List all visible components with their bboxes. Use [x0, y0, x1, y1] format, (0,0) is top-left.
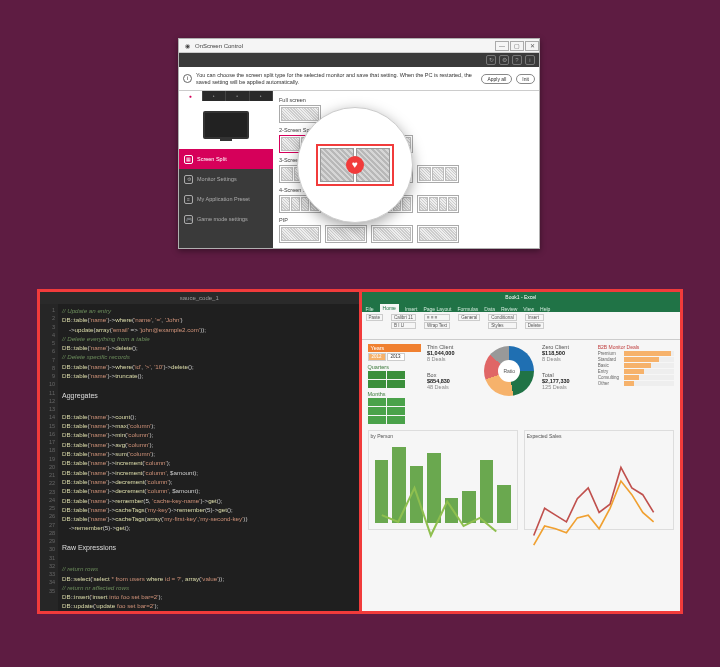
gamepad-icon: 🎮 — [184, 215, 193, 224]
info-icon[interactable]: i — [525, 55, 535, 65]
layout-pip-a[interactable] — [279, 225, 321, 243]
ratio-donut-chart — [484, 346, 534, 396]
monitor-preview — [179, 101, 273, 149]
ribbon-tab-help[interactable]: Help — [540, 306, 550, 312]
sidebar-tab-3[interactable]: • — [226, 91, 250, 101]
init-button[interactable]: Init — [516, 74, 535, 84]
ribbon-tab-formulas[interactable]: Formulas — [458, 306, 479, 312]
titlebar: ◉ OnScreen Control — ▢ ✕ — [179, 39, 539, 53]
zoom-lens: ♥ — [297, 107, 413, 223]
maximize-button[interactable]: ▢ — [510, 41, 524, 51]
paste-button[interactable]: Paste — [366, 314, 384, 321]
expected-sales-chart: Expected Sales — [524, 430, 674, 530]
by-person-chart: by Person — [368, 430, 518, 530]
info-bar: i You can choose the screen split type f… — [179, 67, 539, 91]
insert-button[interactable]: Insert — [525, 314, 544, 321]
onscreen-control-window: ◉ OnScreen Control — ▢ ✕ ↻ ⚙ ? i i You c… — [178, 38, 540, 249]
nav-screen-split[interactable]: ▦ Screen Split — [179, 149, 273, 169]
sheet-area[interactable]: Years 2012 2013 Quarters Months — [362, 340, 681, 534]
preset-icon: ≡ — [184, 195, 193, 204]
heart-icon: ♥ — [346, 156, 364, 174]
toolbar: ↻ ⚙ ? i — [179, 53, 539, 67]
nav-game-mode[interactable]: 🎮 Game mode settings — [179, 209, 273, 229]
window-title: OnScreen Control — [195, 43, 494, 49]
apply-all-button[interactable]: Apply all — [481, 74, 512, 84]
quarters-label: Quarters — [368, 364, 421, 370]
grid-icon: ▦ — [184, 155, 193, 164]
section-full: Full screen — [279, 97, 533, 103]
number-group[interactable]: General — [458, 314, 480, 321]
layout-pip-d[interactable] — [417, 225, 459, 243]
app-icon: ◉ — [181, 40, 193, 52]
layout-3d[interactable] — [417, 165, 459, 183]
sidebar-tab-4[interactable]: • — [250, 91, 274, 101]
section-pip: PIP — [279, 217, 533, 223]
layout-4d[interactable] — [417, 195, 459, 213]
monitor-icon — [203, 111, 249, 139]
ribbon-body: Paste Calibri 11B I U ≡ ≡ ≡Wrap Text Gen… — [362, 312, 681, 340]
line-gutter: 1234567891011121314151617181920212223242… — [40, 304, 58, 611]
sidebar-tab-2[interactable]: • — [203, 91, 227, 101]
font-group[interactable]: Calibri 11 — [391, 314, 416, 321]
layout-full[interactable] — [279, 105, 321, 123]
months-label: Months — [368, 391, 421, 397]
years-label: Years — [368, 344, 421, 352]
sidebar-tab-1[interactable]: ● — [179, 91, 203, 101]
nav-label: My Application Preset — [197, 196, 250, 202]
layout-pip-b[interactable] — [325, 225, 367, 243]
ribbon-tab-home[interactable]: Home — [380, 304, 399, 312]
info-badge-icon: i — [183, 74, 192, 83]
nav-monitor-settings[interactable]: ⚙ Monitor Settings — [179, 169, 273, 189]
minimize-button[interactable]: — — [495, 41, 509, 51]
nav-label: Monitor Settings — [197, 176, 237, 182]
two-pane-split: sauce_code_1 123456789101112131415161718… — [37, 289, 683, 614]
nav-label: Screen Split — [197, 156, 227, 162]
ribbon-tab-file[interactable]: File — [366, 306, 374, 312]
ribbon-tabs: FileHomeInsertPage LayoutFormulasDataRev… — [362, 302, 681, 312]
gear-icon: ⚙ — [184, 175, 193, 184]
delete-button[interactable]: Delete — [525, 322, 544, 329]
code-editor-pane: sauce_code_1 123456789101112131415161718… — [40, 292, 359, 611]
nav-app-preset[interactable]: ≡ My Application Preset — [179, 189, 273, 209]
info-text: You can choose the screen split type for… — [196, 72, 477, 85]
wrap-button[interactable]: Wrap Text — [424, 322, 450, 329]
cell-styles-button[interactable]: Styles — [488, 322, 517, 329]
spreadsheet-pane: Book1 - Excel FileHomeInsertPage LayoutF… — [359, 292, 681, 611]
nav-label: Game mode settings — [197, 216, 248, 222]
editor-tab[interactable]: sauce_code_1 — [40, 292, 359, 304]
year-2013[interactable]: 2013 — [387, 353, 405, 361]
ribbon-tab-view[interactable]: View — [523, 306, 534, 312]
ribbon-tab-page layout[interactable]: Page Layout — [423, 306, 451, 312]
ribbon-tab-review[interactable]: Review — [501, 306, 517, 312]
cond-format-button[interactable]: Conditional — [488, 314, 517, 321]
bold-button[interactable]: B I U — [391, 322, 416, 329]
refresh-icon[interactable]: ↻ — [486, 55, 496, 65]
b2b-bar-chart: B2B Monitor Deals PremiumStandardBasicEn… — [598, 344, 674, 387]
excel-titlebar: Book1 - Excel — [362, 292, 681, 302]
ribbon-tab-data[interactable]: Data — [484, 306, 495, 312]
year-2012[interactable]: 2012 — [368, 353, 386, 361]
layout-pip-c[interactable] — [371, 225, 413, 243]
align-group[interactable]: ≡ ≡ ≡ — [424, 314, 450, 321]
ribbon-tab-insert[interactable]: Insert — [405, 306, 418, 312]
sidebar: ● • • • ▦ Screen Split ⚙ Monitor Setting… — [179, 91, 273, 248]
code-area[interactable]: // Update an entry DB::table('name')->wh… — [58, 304, 359, 611]
close-button[interactable]: ✕ — [525, 41, 539, 51]
settings-icon[interactable]: ⚙ — [499, 55, 509, 65]
help-icon[interactable]: ? — [512, 55, 522, 65]
